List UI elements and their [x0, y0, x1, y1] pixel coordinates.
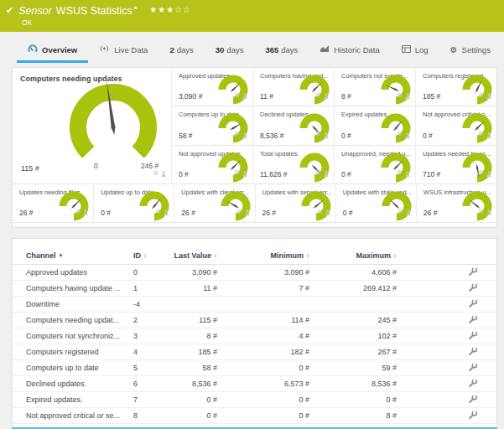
channel-settings-wrench-icon[interactable] — [397, 360, 496, 376]
gauge-user-icon[interactable] — [324, 87, 329, 102]
table-row-not-approved-critical-or-se[interactable]: Not approved critical or se...80 #0 #8 # — [13, 408, 496, 424]
cell-id: 1 — [133, 281, 169, 297]
column-header-id[interactable]: ID▲▼ — [133, 246, 169, 265]
gauge-settings-gear-icon[interactable]: ⚙ — [397, 169, 403, 175]
gauge-settings-gear-icon[interactable]: ⚙ — [478, 169, 484, 175]
gauge-cell-not-approved-updates[interactable]: Not approved updates0 #⚙ — [171, 146, 252, 184]
gauge-settings-gear-icon[interactable]: ⚙ — [478, 209, 484, 214]
gauge-cell-unapproved-needed-u[interactable]: Unapproved, needed u...0 #⚙ — [334, 146, 415, 184]
table-row-computers-registered[interactable]: Computers registered4185 #182 #267 # — [13, 344, 496, 360]
gauge-cell-wsus-infrastructure-u[interactable]: WSUS infrastructure u...26 #⚙ — [416, 184, 496, 223]
gauge-settings-gear-icon[interactable]: ⚙ — [234, 92, 240, 98]
gauge-user-icon[interactable] — [324, 127, 329, 142]
gauge-cell-expired-updates[interactable]: Expired updates.0 #⚙ — [334, 106, 415, 145]
cell-channel: Computers registered — [13, 344, 133, 360]
gauge-user-icon[interactable] — [405, 165, 410, 180]
small-gauges-bottom-row: Updates needing files.26 #⚙Updates up to… — [13, 184, 496, 223]
tab-log[interactable]: Log — [391, 39, 439, 63]
table-row-approved-updates[interactable]: Approved updates03,090 #3,090 #4,606 # — [13, 265, 496, 281]
table-row-computers-needing-updat[interactable]: Computers needing updat...2115 #114 #245… — [13, 313, 496, 328]
gauge-cell-declined-updates[interactable]: Declined updates.8,536 #⚙ — [252, 106, 334, 145]
gauge-user-icon[interactable] — [486, 127, 491, 142]
table-row-expired-updates[interactable]: Expired updates.70 #0 #0 # — [13, 392, 496, 408]
column-header-last-value[interactable]: Last Value▲▼ — [169, 246, 217, 265]
gauge-settings-gear-icon[interactable]: ⚙ — [75, 209, 81, 214]
table-row-computers-not-synchroniz[interactable]: Computers not synchroniz...38 #4 #102 # — [13, 328, 496, 344]
tab-overview[interactable]: Overview — [17, 39, 88, 63]
gauge-user-icon[interactable] — [405, 127, 410, 142]
gauge-settings-gear-icon[interactable]: ⚙ — [315, 169, 321, 175]
gauge-cell-computers-not-synchr[interactable]: Computers not synchr...8 #⚙ — [334, 68, 415, 106]
gauge-cell-computers-registered[interactable]: Computers registered185 #⚙ — [415, 68, 496, 106]
tab-30-days[interactable]: 30days — [205, 39, 255, 63]
channel-settings-wrench-icon[interactable] — [397, 408, 496, 424]
gauge-user-icon[interactable] — [324, 165, 329, 180]
channel-settings-wrench-icon[interactable] — [397, 297, 496, 313]
gauge-settings-gear-icon[interactable]: ⚙ — [156, 209, 162, 214]
gauge-settings-gear-icon[interactable]: ⚙ — [397, 92, 403, 98]
table-row-computers-having-update[interactable]: Computers having update ...111 #7 #269,4… — [13, 281, 496, 297]
gauge-cell-computers-having-upd[interactable]: Computers having upd...11 #⚙ — [252, 68, 334, 106]
table-row-declined-updates[interactable]: Declined updates.68,536 #6,573 #8,536 # — [13, 376, 496, 392]
gauge-user-icon[interactable] — [406, 204, 411, 219]
gauge-cell-updates-up-to-date[interactable]: Updates up to date.0 #⚙ — [93, 184, 174, 223]
column-header-minimum[interactable]: Minimum▲▼ — [217, 246, 309, 265]
gauge-user-icon[interactable] — [161, 165, 166, 180]
gauge-cell-updates-with-client-err[interactable]: Updates with client err...26 #⚙ — [174, 184, 254, 223]
gauge-user-icon[interactable] — [486, 204, 491, 219]
sort-both-icon: ▲▼ — [393, 253, 397, 259]
channel-settings-wrench-icon[interactable] — [397, 265, 496, 281]
table-row-computers-up-to-date[interactable]: Computers up to date558 #0 #59 # — [13, 360, 496, 376]
gauge-settings-gear-icon[interactable]: ⚙ — [236, 209, 242, 214]
main-gauge-value: 115 # — [21, 164, 39, 173]
gauge-user-icon[interactable] — [486, 87, 491, 102]
gauge-cell-updates-with-stale-upd[interactable]: Updates with stale upd...0 #⚙ — [335, 184, 416, 223]
gauge-settings-gear-icon[interactable]: ⚙ — [317, 209, 323, 214]
gauge-settings-gear-icon[interactable]: ⚙ — [234, 169, 240, 175]
tab-365-days[interactable]: 365days — [254, 39, 309, 63]
gauge-settings-gear-icon[interactable]: ⚙ — [397, 131, 403, 137]
table-row-downtime[interactable]: Downtime-4 — [13, 297, 496, 313]
gauge-settings-gear-icon[interactable]: ⚙ — [478, 92, 484, 98]
gauge-cell-approved-updates[interactable]: Approved updates3,090 #⚙ — [171, 68, 252, 106]
channel-settings-wrench-icon[interactable] — [397, 281, 496, 297]
channel-settings-wrench-icon[interactable] — [397, 328, 496, 344]
gauge-user-icon[interactable] — [325, 204, 330, 219]
channel-settings-wrench-icon[interactable] — [397, 376, 496, 392]
gauge-settings-gear-icon[interactable]: ⚙ — [234, 131, 240, 137]
gauge-settings-gear-icon[interactable]: ⚙ — [153, 170, 158, 176]
gauge-cell-total-updates[interactable]: Total updates.11,626 #⚙ — [252, 146, 334, 184]
gauge-user-icon[interactable] — [164, 204, 169, 219]
gauge-settings-gear-icon[interactable]: ⚙ — [315, 131, 321, 137]
column-header-channel[interactable]: Channel▼ — [13, 246, 133, 265]
channel-settings-wrench-icon[interactable] — [397, 392, 496, 408]
tab-2-days[interactable]: 2days — [158, 39, 204, 63]
gauge-cell-updates-needing-files[interactable]: Updates needing files.26 #⚙ — [13, 184, 93, 223]
gauge-settings-gear-icon[interactable]: ⚙ — [478, 131, 484, 137]
gauge-user-icon[interactable] — [83, 204, 88, 219]
gauge-user-icon[interactable] — [242, 165, 247, 180]
gauge-cell-computers-up-to-date[interactable]: Computers up to date58 #⚙ — [171, 106, 252, 145]
gauge-cell-not-approved-critical-o[interactable]: Not approved critical o...0 #⚙ — [415, 106, 496, 145]
cell-minimum: 0 # — [217, 408, 309, 424]
sensor-title-text: WSUS Statistics — [56, 5, 132, 17]
column-header-maximum[interactable]: Maximum▲▼ — [309, 246, 397, 265]
gauge-cell-updates-with-server-err[interactable]: Updates with server err...26 #⚙ — [255, 184, 335, 223]
cell-maximum — [309, 297, 397, 313]
gauge-cell-updates-needed-by-co[interactable]: Updates needed by co...710 #⚙ — [415, 146, 496, 184]
cell-minimum: 0 # — [217, 360, 309, 376]
channel-settings-wrench-icon[interactable] — [397, 344, 496, 360]
tab-label: Log — [415, 45, 429, 54]
gauge-settings-gear-icon[interactable]: ⚙ — [315, 92, 321, 98]
gauge-settings-gear-icon[interactable]: ⚙ — [397, 209, 403, 214]
channel-settings-wrench-icon[interactable] — [397, 313, 496, 328]
gauge-user-icon[interactable] — [245, 204, 250, 219]
tab-historic-data[interactable]: Historic Data — [309, 39, 390, 63]
gauge-user-icon[interactable] — [405, 87, 410, 102]
tab-settings[interactable]: ⚙Settings — [439, 39, 501, 63]
gauge-user-icon[interactable] — [486, 165, 491, 180]
priority-stars[interactable]: ★★★☆☆ — [149, 5, 191, 14]
gauge-user-icon[interactable] — [242, 87, 247, 102]
gauge-user-icon[interactable] — [242, 127, 247, 142]
tab-live-data[interactable]: Live Data — [88, 39, 158, 63]
